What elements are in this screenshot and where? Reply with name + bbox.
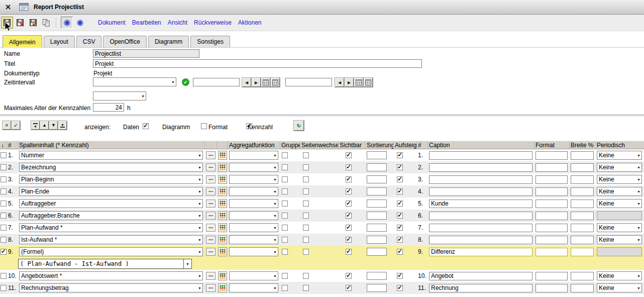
seitenwechsel-checkbox[interactable] — [303, 152, 309, 158]
ellipsis-button[interactable]: ... — [206, 236, 216, 244]
periodisch-select[interactable]: Keine ▼ — [597, 187, 642, 196]
revert-button[interactable] — [27, 17, 39, 29]
caption-input[interactable] — [429, 187, 532, 196]
row-select-checkbox[interactable] — [1, 285, 7, 291]
column-content-select[interactable]: Rechnungsbetrag ▼ — [19, 283, 203, 292]
ellipsis-button[interactable]: ... — [206, 175, 216, 183]
gruppe-checkbox[interactable] — [282, 152, 288, 158]
format-input[interactable] — [535, 284, 568, 292]
format-input[interactable] — [535, 200, 568, 208]
row-select-checkbox[interactable] — [1, 237, 7, 243]
row-select-checkbox[interactable] — [1, 164, 7, 170]
aufsteigend-checkbox[interactable] — [397, 249, 403, 255]
formula-combobox[interactable]: ▼ — [18, 259, 192, 269]
color-grid-icon[interactable] — [218, 199, 227, 208]
column-content-select[interactable]: Plan-Beginn ▼ — [19, 175, 203, 184]
caption-input[interactable] — [429, 175, 532, 184]
menu-bearbeiten[interactable]: Bearbeiten — [132, 19, 161, 26]
ellipsis-button[interactable]: ... — [206, 272, 216, 280]
formula-dropdown-icon[interactable]: ▼ — [184, 259, 192, 269]
sortierung-input[interactable] — [367, 212, 387, 220]
row-select-checkbox[interactable] — [1, 188, 7, 194]
move-top-button[interactable]: ▲ — [31, 121, 40, 130]
seitenwechsel-checkbox[interactable] — [303, 164, 309, 170]
color-grid-icon[interactable] — [218, 163, 227, 172]
seitenwechsel-checkbox[interactable] — [303, 225, 309, 231]
caption-input[interactable] — [429, 272, 532, 280]
breite-input[interactable] — [571, 212, 594, 220]
format-input[interactable] — [535, 187, 568, 196]
seitenwechsel-checkbox[interactable] — [303, 237, 309, 243]
row-select-checkbox[interactable] — [1, 273, 7, 279]
sortierung-input[interactable] — [367, 175, 387, 183]
aufsteigend-checkbox[interactable] — [397, 188, 403, 194]
aufsteigend-checkbox[interactable] — [397, 225, 403, 231]
ellipsis-button[interactable]: ... — [206, 284, 216, 292]
sichtbar-checkbox[interactable] — [346, 152, 352, 158]
sichtbar-checkbox[interactable] — [346, 176, 352, 182]
aggregat-select[interactable]: ▼ — [229, 199, 278, 208]
caption-input[interactable] — [429, 163, 532, 172]
date-from-calendar-button[interactable] — [261, 78, 270, 87]
color-grid-icon[interactable] — [218, 271, 227, 280]
aggregat-select[interactable]: ▼ — [229, 187, 278, 196]
row-select-checkbox[interactable] — [1, 213, 7, 219]
seitenwechsel-checkbox[interactable] — [303, 285, 309, 291]
tab-openoffice[interactable]: OpenOffice — [103, 36, 146, 47]
seitenwechsel-checkbox[interactable] — [303, 213, 309, 219]
gruppe-checkbox[interactable] — [282, 176, 288, 182]
menu-aktionen[interactable]: Aktionen — [238, 19, 262, 26]
close-icon[interactable]: × — [2, 1, 14, 13]
menu-dokument[interactable]: Dokument — [98, 19, 126, 26]
delete-button[interactable] — [14, 17, 26, 29]
move-down-button[interactable]: ▼ — [49, 121, 58, 130]
caption-input[interactable] — [429, 236, 532, 244]
interval-unit-select[interactable]: ▼ — [93, 91, 146, 101]
aufsteigend-checkbox[interactable] — [397, 273, 403, 279]
zeitintervall-select[interactable]: ▼ — [93, 77, 176, 86]
gruppe-checkbox[interactable] — [282, 249, 288, 255]
column-content-select[interactable]: Plan-Ende ▼ — [19, 187, 203, 196]
aufsteigend-checkbox[interactable] — [397, 176, 403, 182]
periodisch-select[interactable]: Keine ▼ — [597, 283, 642, 292]
seitenwechsel-checkbox[interactable] — [303, 188, 309, 194]
color-grid-icon[interactable] — [218, 283, 227, 292]
sortierung-input[interactable] — [367, 248, 387, 256]
format-input[interactable] — [535, 175, 568, 184]
column-content-select[interactable]: Angebotswert * ▼ — [19, 271, 203, 280]
seitenwechsel-checkbox[interactable] — [303, 201, 309, 207]
column-content-select[interactable]: (Formel) ▼ — [19, 247, 203, 256]
sortierung-input[interactable] — [367, 224, 387, 232]
periodisch-select[interactable]: ▼ — [597, 211, 642, 220]
color-grid-icon[interactable] — [218, 151, 227, 160]
aggregat-select[interactable]: ▼ — [229, 223, 278, 232]
caption-input[interactable] — [429, 212, 532, 220]
aggregat-select[interactable]: ▼ — [229, 175, 278, 184]
caption-input[interactable] — [429, 151, 532, 160]
tab-layout[interactable]: Layout — [44, 36, 75, 47]
ellipsis-button[interactable]: ... — [206, 151, 216, 159]
breite-input[interactable] — [571, 248, 594, 256]
format-input[interactable] — [535, 151, 568, 160]
color-grid-icon[interactable] — [218, 235, 227, 244]
gruppe-checkbox[interactable] — [282, 213, 288, 219]
row-select-checkbox[interactable] — [1, 249, 7, 255]
move-up-button[interactable]: ▲ — [40, 121, 49, 130]
aggregat-select[interactable]: ▼ — [229, 151, 278, 160]
check-all-button[interactable]: ✓ — [12, 121, 20, 130]
format-input[interactable] — [535, 212, 568, 220]
aufsteigend-checkbox[interactable] — [397, 237, 403, 243]
gruppe-checkbox[interactable] — [282, 201, 288, 207]
sichtbar-checkbox[interactable] — [346, 213, 352, 219]
periodisch-select[interactable]: Keine ▼ — [597, 151, 642, 160]
uncheck-all-button[interactable]: × — [3, 121, 11, 130]
menu-ansicht[interactable]: Ansicht — [168, 19, 187, 26]
sortierung-input[interactable] — [367, 272, 387, 280]
row-select-checkbox[interactable] — [1, 225, 7, 231]
format-input[interactable] — [535, 224, 568, 232]
tab-sonstiges[interactable]: Sonstiges — [190, 36, 230, 47]
breite-input[interactable] — [571, 236, 594, 244]
column-content-select[interactable]: Bezeichnung ▼ — [19, 163, 203, 172]
row-select-checkbox[interactable] — [1, 152, 7, 158]
breite-input[interactable] — [571, 151, 594, 160]
